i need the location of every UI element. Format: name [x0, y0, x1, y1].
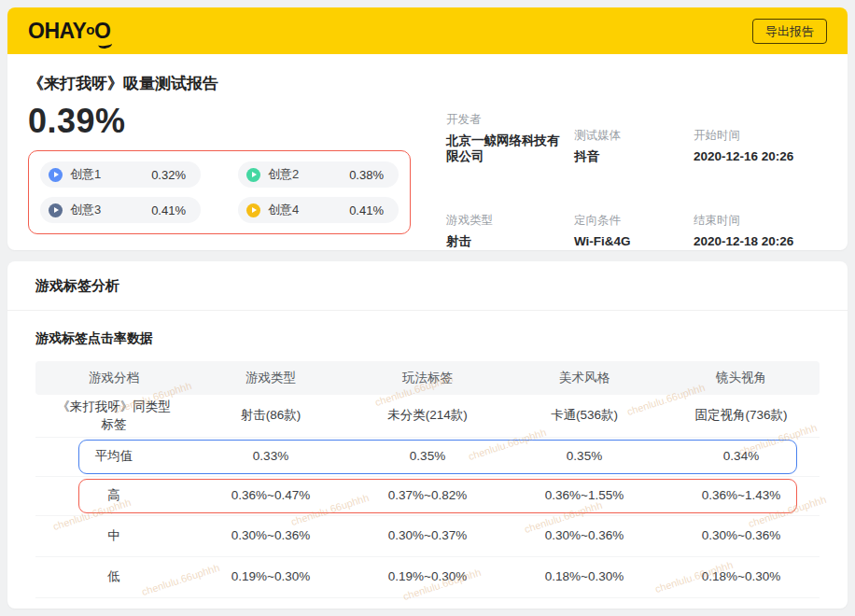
- creative-value: 0.38%: [349, 168, 384, 182]
- info-label: 结束时间: [694, 213, 827, 229]
- cell: 0.30%~0.36%: [506, 527, 663, 544]
- cell: 高: [35, 487, 192, 504]
- creative-pill-2[interactable]: 创意2 0.38%: [238, 161, 399, 188]
- cell: 0.30%~0.36%: [192, 527, 349, 544]
- divider: [7, 310, 848, 311]
- col-header: 镜头视角: [663, 370, 820, 386]
- cell: 未分类(214款): [349, 407, 506, 424]
- cell: 0.36%~1.55%: [506, 487, 663, 504]
- cell: 0.36%~1.43%: [663, 487, 820, 504]
- top-bar: OHAYoO 导出报告: [7, 7, 848, 54]
- creative-value: 0.41%: [151, 203, 186, 217]
- tag-ctr-table: 游戏分档 游戏类型 玩法标签 美术风格 镜头视角 《来打我呀》同类型标签 射击(…: [7, 361, 848, 598]
- smile-icon: [98, 39, 113, 49]
- creative-value: 0.41%: [349, 203, 384, 217]
- cell: 0.35%: [349, 448, 506, 465]
- info-test-media: 测试媒体 抖音: [574, 128, 694, 165]
- play-icon: [246, 203, 260, 217]
- cell: 0.30%~0.37%: [349, 527, 506, 544]
- info-start-time: 开始时间 2020-12-16 20:26: [694, 128, 827, 165]
- cell: 0.34%: [663, 448, 820, 465]
- play-icon: [246, 168, 260, 182]
- report-summary-card: OHAYoO 导出报告 《来打我呀》吸量测试报告 0.39% 创意1 0.32%: [7, 7, 848, 250]
- cell: 低: [35, 568, 192, 585]
- table-header-row: 游戏分档 游戏类型 玩法标签 美术风格 镜头视角: [35, 361, 820, 395]
- info-value: 2020-12-16 20:26: [694, 148, 827, 165]
- logo-text-2: o: [86, 21, 94, 37]
- table-row-average: 平均值 0.33% 0.35% 0.35% 0.34%: [35, 438, 820, 477]
- table-row-medium: 中 0.30%~0.36% 0.30%~0.37% 0.30%~0.36% 0.…: [35, 516, 820, 557]
- cell: 0.18%~0.30%: [506, 568, 663, 585]
- creative-pill-1[interactable]: 创意1 0.32%: [40, 161, 201, 188]
- logo-text-1: OHAY: [28, 19, 86, 43]
- info-label: 开发者: [446, 112, 574, 128]
- play-icon: [49, 203, 63, 217]
- cell: 0.19%~0.30%: [192, 568, 349, 585]
- cell: 《来打我呀》同类型标签: [35, 399, 192, 432]
- info-value: 射击: [446, 233, 574, 250]
- cell: 射击(86款): [192, 407, 349, 424]
- report-title: 《来打我呀》吸量测试报告: [28, 73, 435, 94]
- creative-pill-4[interactable]: 创意4 0.41%: [238, 197, 399, 223]
- table-row-low: 低 0.19%~0.30% 0.19%~0.30% 0.18%~0.30% 0.…: [35, 557, 820, 598]
- col-header: 美术风格: [506, 370, 663, 386]
- info-targeting: 定向条件 Wi-Fi&4G: [574, 213, 694, 250]
- info-label: 定向条件: [574, 213, 694, 229]
- creative-label: 创意2: [268, 166, 299, 183]
- info-end-time: 结束时间 2020-12-18 20:26: [694, 213, 827, 250]
- creative-label: 创意3: [70, 202, 101, 218]
- info-label: 游戏类型: [446, 213, 574, 229]
- tag-analysis-card: 游戏标签分析 游戏标签点击率数据 游戏分档 游戏类型 玩法标签 美术风格 镜头视…: [7, 261, 848, 609]
- info-developer: 开发者 北京一鲸网络科技有限公司: [446, 112, 574, 165]
- cell: 0.18%~0.30%: [663, 568, 820, 585]
- cell: 0.37%~0.82%: [349, 487, 506, 504]
- table-title: 游戏标签点击率数据: [35, 330, 820, 347]
- cell: 平均值: [35, 448, 192, 465]
- section-title: 游戏标签分析: [7, 261, 848, 310]
- page: OHAYoO 导出报告 《来打我呀》吸量测试报告 0.39% 创意1 0.32%: [0, 0, 855, 616]
- info-value: 北京一鲸网络科技有限公司: [446, 133, 574, 165]
- info-value: Wi-Fi&4G: [574, 233, 694, 250]
- info-value: 2020-12-18 20:26: [694, 233, 827, 250]
- play-icon: [49, 168, 63, 182]
- col-header: 游戏类型: [192, 370, 349, 386]
- col-header: 游戏分档: [35, 370, 192, 386]
- creative-value: 0.32%: [151, 168, 186, 182]
- cell: 0.30%~0.36%: [663, 527, 820, 544]
- cell: 卡通(536款): [506, 407, 663, 424]
- info-label: 开始时间: [694, 128, 827, 144]
- cell: 0.19%~0.30%: [349, 568, 506, 585]
- info-label: 测试媒体: [574, 128, 694, 144]
- creatives-box: 创意1 0.32% 创意2 0.38% 创意3 0.41%: [28, 150, 411, 234]
- table-row-high: 高 0.36%~0.47% 0.37%~0.82% 0.36%~1.55% 0.…: [35, 477, 820, 516]
- creative-pill-3[interactable]: 创意3 0.41%: [40, 197, 201, 223]
- col-header: 玩法标签: [349, 370, 506, 386]
- cell: 0.35%: [506, 448, 663, 465]
- report-info-grid: 开发者 北京一鲸网络科技有限公司 测试媒体 抖音 开始时间 2020-12-16…: [446, 54, 827, 250]
- export-report-button[interactable]: 导出报告: [752, 19, 827, 44]
- info-game-type: 游戏类型 射击: [446, 213, 574, 250]
- info-value: 抖音: [574, 148, 694, 165]
- overall-rate: 0.39%: [28, 102, 435, 141]
- table-row-same-type: 《来打我呀》同类型标签 射击(86款) 未分类(214款) 卡通(536款) 固…: [35, 395, 820, 438]
- ohayoo-logo: OHAYoO: [28, 21, 110, 42]
- creative-label: 创意1: [70, 166, 101, 183]
- cell: 0.33%: [192, 448, 349, 465]
- report-summary: 《来打我呀》吸量测试报告 0.39% 创意1 0.32% 创意2 0.38%: [7, 54, 848, 250]
- report-left: 《来打我呀》吸量测试报告 0.39% 创意1 0.32% 创意2 0.38%: [28, 54, 435, 250]
- cell: 中: [35, 527, 192, 544]
- cell: 0.36%~0.47%: [192, 487, 349, 504]
- cell: 固定视角(736款): [663, 407, 820, 424]
- creative-label: 创意4: [268, 202, 299, 218]
